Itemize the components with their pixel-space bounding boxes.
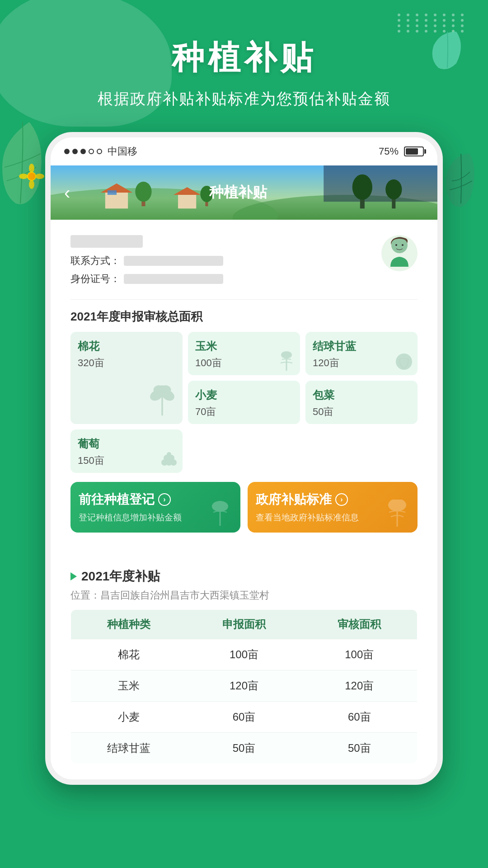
location-text: 位置：昌吉回族自治州昌吉市大西渠镇玉堂村 xyxy=(70,589,418,602)
page-subtitle: 根据政府补贴补贴标准为您预估补贴金额 xyxy=(0,89,488,109)
cell-crop-0: 棉花 xyxy=(71,639,187,670)
cell-reported-3: 50亩 xyxy=(187,733,302,764)
crop-card-pakchoi: 包菜 50亩 xyxy=(305,381,418,424)
green-triangle-icon xyxy=(70,572,77,580)
cell-crop-3: 结球甘蓝 xyxy=(71,733,187,764)
table-row: 玉米 120亩 120亩 xyxy=(71,670,418,702)
table-row: 棉花 100亩 100亩 xyxy=(71,639,418,670)
corn-name: 玉米 xyxy=(195,339,293,354)
back-button[interactable]: ‹ xyxy=(64,184,70,202)
cell-reviewed-0: 100亩 xyxy=(301,639,417,670)
battery-percentage: 75% xyxy=(379,146,399,157)
plant-register-button[interactable]: 前往种植登记 › 登记种植信息增加补贴金额 xyxy=(70,482,240,533)
dot5 xyxy=(97,149,102,154)
battery-area: 75% xyxy=(379,146,424,157)
user-info-card: 联系方式： 身份证号： xyxy=(60,224,428,552)
cabbage-area: 120亩 xyxy=(313,356,410,370)
wheat-name: 小麦 xyxy=(195,388,293,402)
user-name-blurred xyxy=(70,235,143,248)
subsidy-standard-button[interactable]: 政府补贴标准 › 查看当地政府补贴标准信息 xyxy=(248,482,418,533)
status-bar: 中国移 75% xyxy=(51,137,437,165)
cell-reviewed-1: 120亩 xyxy=(301,670,417,702)
svg-point-25 xyxy=(402,244,404,246)
battery-icon xyxy=(404,146,424,156)
pakchoi-area: 50亩 xyxy=(313,405,410,419)
cell-reported-1: 120亩 xyxy=(187,670,302,702)
cotton-name: 棉花 xyxy=(78,339,175,354)
cell-reported-0: 100亩 xyxy=(187,639,302,670)
id-field: 身份证号： xyxy=(70,272,381,286)
action-buttons-row: 前往种植登记 › 登记种植信息增加补贴金额 政府补贴标准 › xyxy=(70,482,418,533)
col-header-reported: 申报面积 xyxy=(187,610,302,639)
contact-field: 联系方式： xyxy=(70,254,381,268)
col-header-crop: 种植种类 xyxy=(71,610,187,639)
phone-mockup-container: 中国移 75% xyxy=(0,132,488,785)
svg-point-40 xyxy=(388,500,406,511)
contact-label: 联系方式： xyxy=(70,254,120,268)
pakchoi-name: 包菜 xyxy=(313,388,410,402)
signal-area: 中国移 xyxy=(64,145,137,158)
plant-btn-arrow: › xyxy=(158,493,171,506)
header-section: 种植补贴 根据政府补贴补贴标准为您预估补贴金额 xyxy=(0,0,488,123)
crop-grid: 棉花 320亩 玉米 100亩 xyxy=(70,332,418,473)
corn-area: 100亩 xyxy=(195,356,293,370)
dot1 xyxy=(64,149,70,154)
subsidy-header: 2021年度补贴 xyxy=(70,568,418,585)
cell-crop-2: 小麦 xyxy=(71,702,187,733)
svg-point-39 xyxy=(212,501,228,512)
cotton-area: 320亩 xyxy=(78,356,175,370)
col-header-reviewed: 审核面积 xyxy=(301,610,417,639)
battery-fill xyxy=(406,148,418,155)
table-row: 结球甘蓝 50亩 50亩 xyxy=(71,733,418,764)
table-header-row: 种植种类 申报面积 审核面积 xyxy=(71,610,418,639)
cell-crop-1: 玉米 xyxy=(71,670,187,702)
table-row: 小麦 60亩 60亩 xyxy=(71,702,418,733)
id-label: 身份证号： xyxy=(70,272,120,286)
area-section-title: 2021年度申报审核总面积 xyxy=(70,309,418,325)
dot3 xyxy=(80,149,86,154)
crop-card-cotton: 棉花 320亩 xyxy=(70,332,183,424)
app-nav-bar: ‹ 种植补贴 xyxy=(51,165,437,220)
subsidy-title: 2021年度补贴 xyxy=(81,568,160,585)
crop-card-corn: 玉米 100亩 xyxy=(188,332,300,375)
svg-point-24 xyxy=(395,244,397,246)
cell-reviewed-3: 50亩 xyxy=(301,733,417,764)
crop-card-grape: 葡萄 150亩 xyxy=(70,429,183,473)
nav-title: 种植补贴 xyxy=(70,183,406,203)
carrier-label: 中国移 xyxy=(108,145,137,158)
user-avatar xyxy=(381,235,418,271)
cabbage-name: 结球甘蓝 xyxy=(313,339,410,354)
subsidy-section-card: 2021年度补贴 位置：昌吉回族自治州昌吉市大西渠镇玉堂村 种植种类 申报面积 … xyxy=(60,557,428,775)
crop-card-cabbage: 结球甘蓝 120亩 xyxy=(305,332,418,375)
subsidy-btn-arrow: › xyxy=(335,493,348,506)
phone-mockup: 中国移 75% xyxy=(45,132,443,785)
cell-reviewed-2: 60亩 xyxy=(301,702,417,733)
cell-reported-2: 60亩 xyxy=(187,702,302,733)
grape-name: 葡萄 xyxy=(78,437,175,451)
signal-dots xyxy=(64,149,102,154)
page-main-title: 种植补贴 xyxy=(0,36,488,80)
crop-card-wheat: 小麦 70亩 xyxy=(188,381,300,424)
dot4 xyxy=(89,149,94,154)
contact-value-blurred xyxy=(124,256,223,266)
user-details: 联系方式： 身份证号： xyxy=(70,235,381,290)
subsidy-table-body: 棉花 100亩 100亩 玉米 120亩 120亩 小麦 60亩 60亩 结球甘… xyxy=(71,639,418,764)
id-value-blurred xyxy=(124,274,223,284)
dot2 xyxy=(72,149,78,154)
wheat-area: 70亩 xyxy=(195,405,293,419)
subsidy-table: 种植种类 申报面积 审核面积 棉花 100亩 100亩 玉米 120亩 120亩… xyxy=(70,609,418,764)
user-info-section: 联系方式： 身份证号： xyxy=(70,235,418,300)
grape-area: 150亩 xyxy=(78,454,175,467)
